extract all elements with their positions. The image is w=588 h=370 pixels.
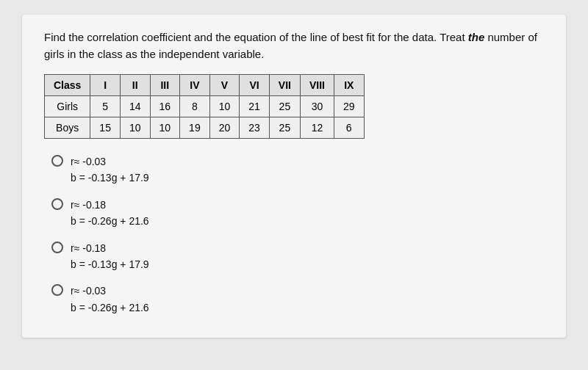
girls-val-3: 16 xyxy=(150,96,180,117)
question-card: Find the correlation coefficient and the… xyxy=(22,15,566,338)
radio-2[interactable] xyxy=(51,198,63,210)
table-row-girls: Girls 5 14 16 8 10 21 25 30 29 xyxy=(45,96,365,117)
option-1[interactable]: r≈ -0.03 b = -0.13g + 17.9 xyxy=(51,153,544,186)
boys-val-1: 15 xyxy=(90,117,121,139)
girls-val-7: 25 xyxy=(269,96,300,117)
option-3-text: r≈ -0.18 b = -0.13g + 17.9 xyxy=(71,240,149,273)
col-header-3: III xyxy=(150,75,180,96)
option-1-b: b = -0.13g + 17.9 xyxy=(71,170,149,186)
col-header-5: V xyxy=(209,75,240,96)
boys-val-4: 19 xyxy=(180,117,210,139)
option-2-text: r≈ -0.18 b = -0.26g + 21.6 xyxy=(71,197,149,230)
col-header-2: II xyxy=(120,75,150,96)
question-text: Find the correlation coefficient and the… xyxy=(44,29,544,62)
row-label-boys: Boys xyxy=(45,117,90,139)
col-header-7: VII xyxy=(269,75,300,96)
boys-val-7: 25 xyxy=(269,117,300,139)
table-header-row: Class I II III IV V VI VII VIII IX xyxy=(45,75,365,96)
row-label-girls: Girls xyxy=(45,96,90,117)
option-3-b: b = -0.13g + 17.9 xyxy=(71,256,149,272)
col-header-8: VIII xyxy=(300,75,334,96)
col-header-6: VI xyxy=(240,75,270,96)
option-4-b: b = -0.26g + 21.6 xyxy=(71,300,149,316)
girls-val-4: 8 xyxy=(180,96,210,117)
option-4-r: r≈ -0.03 xyxy=(71,283,149,299)
radio-4[interactable] xyxy=(51,284,63,296)
option-1-text: r≈ -0.03 b = -0.13g + 17.9 xyxy=(71,153,149,186)
col-header-4: IV xyxy=(180,75,210,96)
girls-val-9: 29 xyxy=(334,96,364,117)
option-2-b: b = -0.26g + 21.6 xyxy=(71,213,149,229)
option-1-r: r≈ -0.03 xyxy=(71,153,149,170)
boys-val-3: 10 xyxy=(150,117,180,139)
option-2[interactable]: r≈ -0.18 b = -0.26g + 21.6 xyxy=(51,197,544,230)
boys-val-2: 10 xyxy=(120,117,150,139)
girls-val-1: 5 xyxy=(90,96,121,117)
option-3-r: r≈ -0.18 xyxy=(71,240,149,256)
col-header-1: I xyxy=(90,75,121,96)
option-3[interactable]: r≈ -0.18 b = -0.13g + 17.9 xyxy=(51,240,544,273)
data-table: Class I II III IV V VI VII VIII IX Girls… xyxy=(44,74,365,139)
girls-val-8: 30 xyxy=(300,96,334,117)
question-line1: Find the correlation coefficient and the… xyxy=(44,31,484,43)
option-4-text: r≈ -0.03 b = -0.26g + 21.6 xyxy=(71,283,149,316)
option-4[interactable]: r≈ -0.03 b = -0.26g + 21.6 xyxy=(51,283,544,316)
table-row-boys: Boys 15 10 10 19 20 23 25 12 6 xyxy=(45,117,365,139)
boys-val-9: 6 xyxy=(334,117,364,139)
radio-1[interactable] xyxy=(51,155,63,167)
girls-val-5: 10 xyxy=(209,96,240,117)
boys-val-8: 12 xyxy=(300,117,334,139)
girls-val-6: 21 xyxy=(240,96,270,117)
col-header-9: IX xyxy=(334,75,364,96)
boys-val-5: 20 xyxy=(209,117,240,139)
radio-3[interactable] xyxy=(51,242,63,253)
option-2-r: r≈ -0.18 xyxy=(71,197,149,213)
col-header-class: Class xyxy=(45,75,90,96)
girls-val-2: 14 xyxy=(120,96,150,117)
answer-options: r≈ -0.03 b = -0.13g + 17.9 r≈ -0.18 b = … xyxy=(44,153,544,316)
boys-val-6: 23 xyxy=(240,117,270,139)
